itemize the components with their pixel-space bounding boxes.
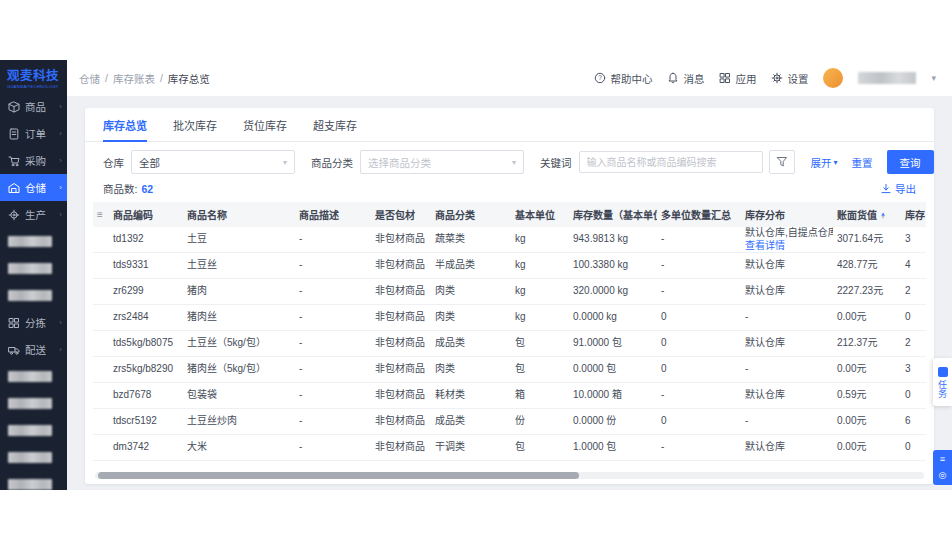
cell-multi: 0 bbox=[657, 409, 741, 435]
col-header-product-code: 商品编码 bbox=[109, 202, 183, 227]
production-icon bbox=[8, 209, 20, 221]
cell-unit: kg bbox=[511, 227, 569, 253]
cell-name: 土豆丝 bbox=[183, 253, 295, 279]
sidebar-item-blurred[interactable] bbox=[0, 228, 67, 255]
apps-link[interactable]: 应用 bbox=[719, 71, 756, 86]
cell-code: zrs5kg/b8290 bbox=[109, 357, 183, 383]
sidebar-item-blurred[interactable] bbox=[0, 471, 67, 490]
screenshot-stage: 观麦科技 GUANMAITECHNOLOGY 商品›订单›采购›仓储›生产›分拣… bbox=[0, 0, 952, 552]
breadcrumb-item[interactable]: 仓储 bbox=[79, 71, 100, 86]
product-count-value: 62 bbox=[141, 183, 153, 195]
cell-extra: 0 bbox=[901, 305, 926, 331]
chevron-right-icon: › bbox=[59, 102, 62, 111]
expand-all-header[interactable]: ≡ bbox=[93, 202, 109, 227]
expand-filters-link[interactable]: 展开 ▾ bbox=[811, 155, 838, 170]
export-link[interactable]: 导出 bbox=[880, 181, 916, 196]
cell-code: tds9331 bbox=[109, 253, 183, 279]
category-label: 商品分类 bbox=[311, 155, 353, 170]
avatar[interactable] bbox=[823, 68, 843, 88]
col-header-book-value[interactable]: 账面货值▲▼ bbox=[833, 202, 901, 227]
cell-extra: 6 bbox=[901, 409, 926, 435]
category-select[interactable]: 选择商品分类 ▾ bbox=[360, 150, 524, 174]
sidebar-item-delivery[interactable]: 配送› bbox=[0, 336, 67, 363]
cell-multi: - bbox=[657, 227, 741, 253]
table-header-row: ≡商品编码商品名称商品描述是否包材商品分类基本单位库存数量（基本单位）多单位数量… bbox=[93, 202, 926, 227]
filter-funnel-button[interactable] bbox=[769, 150, 795, 174]
keyword-filter: 关键词 bbox=[540, 150, 795, 174]
col-header-is-packing: 是否包材 bbox=[371, 202, 431, 227]
sidebar-item-orders[interactable]: 订单› bbox=[0, 120, 67, 147]
col-header-base-unit: 基本单位 bbox=[511, 202, 569, 227]
row-expand-cell bbox=[93, 227, 109, 253]
cell-qty: 0.0000 包 bbox=[569, 357, 657, 383]
cell-dist: 默认仓库 bbox=[741, 331, 833, 357]
tab-超支库存[interactable]: 超支库存 bbox=[313, 108, 357, 141]
sidebar-item-blurred[interactable] bbox=[0, 444, 67, 471]
layers-icon: ≡ bbox=[97, 209, 103, 220]
cell-multi: 0 bbox=[657, 331, 741, 357]
col-header-stock-qty: 库存数量（基本单位） bbox=[569, 202, 657, 227]
funnel-icon bbox=[776, 156, 788, 168]
warehouse-label: 仓库 bbox=[103, 155, 124, 170]
settings-link[interactable]: 设置 bbox=[771, 71, 808, 86]
cell-extra: 3 bbox=[901, 227, 926, 253]
search-button[interactable]: 查询 bbox=[887, 150, 934, 174]
task-label: 任务 bbox=[936, 380, 949, 398]
keyword-label: 关键词 bbox=[540, 155, 572, 170]
cell-pack: 非包材商品 bbox=[371, 305, 431, 331]
chevron-down-icon: ▾ bbox=[834, 158, 838, 167]
sidebar-item-purchase[interactable]: 采购› bbox=[0, 147, 67, 174]
cell-dist: 默认仓库 bbox=[741, 253, 833, 279]
keyword-input[interactable] bbox=[579, 151, 763, 173]
horizontal-scrollbar[interactable] bbox=[95, 472, 924, 479]
sidebar-item-blurred[interactable] bbox=[0, 282, 67, 309]
tab-货位库存[interactable]: 货位库存 bbox=[243, 108, 287, 141]
bell-icon bbox=[667, 72, 679, 84]
sidebar-item-sorting[interactable]: 分拣› bbox=[0, 309, 67, 336]
help-center-link[interactable]: ? 帮助中心 bbox=[594, 71, 652, 86]
cell-extra: 3 bbox=[901, 357, 926, 383]
cell-name: 土豆丝（5kg/包） bbox=[183, 331, 295, 357]
sidebar-item-label: 分拣 bbox=[25, 315, 46, 330]
cell-name: 土豆 bbox=[183, 227, 295, 253]
tab-库存总览[interactable]: 库存总览 bbox=[103, 108, 147, 141]
cell-value: 2227.23元 bbox=[833, 279, 901, 305]
float-task-widget[interactable]: 任务 bbox=[933, 358, 952, 406]
sidebar-item-warehouse[interactable]: 仓储› bbox=[0, 174, 67, 201]
tab-批次库存[interactable]: 批次库存 bbox=[173, 108, 217, 141]
cell-code: td1392 bbox=[109, 227, 183, 253]
sidebar-item-blurred[interactable] bbox=[0, 255, 67, 282]
inventory-overview-card: 库存总览批次库存货位库存超支库存 仓库 全部 ▾ 商品分类 bbox=[85, 108, 934, 484]
view-detail-link[interactable]: 查看详情 bbox=[745, 240, 829, 253]
cell-name: 猪肉丝 bbox=[183, 305, 295, 331]
sidebar-item-production[interactable]: 生产› bbox=[0, 201, 67, 228]
col-header-label: 基本单位 bbox=[515, 210, 555, 221]
breadcrumb-item[interactable]: 库存账表 bbox=[113, 71, 155, 86]
col-header-label: 商品编码 bbox=[113, 210, 153, 221]
app-window: 观麦科技 GUANMAITECHNOLOGY 商品›订单›采购›仓储›生产›分拣… bbox=[0, 60, 952, 490]
float-toolbar[interactable]: ≡ ◎ bbox=[933, 450, 952, 485]
sort-icon: ▲▼ bbox=[880, 213, 886, 220]
sidebar-item-blurred[interactable] bbox=[0, 390, 67, 417]
reset-button[interactable]: 重置 bbox=[850, 155, 875, 170]
service-icon[interactable]: ◎ bbox=[939, 471, 947, 480]
chevron-right-icon: › bbox=[59, 210, 62, 219]
svg-text:?: ? bbox=[599, 74, 603, 81]
row-expand-cell bbox=[93, 279, 109, 305]
messages-link[interactable]: 消息 bbox=[667, 71, 704, 86]
user-menu-caret-icon[interactable]: ▾ bbox=[931, 73, 936, 83]
sidebar-item-blurred[interactable] bbox=[0, 363, 67, 390]
cell-value: 428.77元 bbox=[833, 253, 901, 279]
list-icon[interactable]: ≡ bbox=[940, 455, 945, 464]
sidebar-item-goods[interactable]: 商品› bbox=[0, 93, 67, 120]
logo-subtitle: GUANMAITECHNOLOGY bbox=[7, 84, 67, 89]
sidebar-item-blurred[interactable] bbox=[0, 417, 67, 444]
cell-value: 0.00元 bbox=[833, 305, 901, 331]
cell-pack: 非包材商品 bbox=[371, 383, 431, 409]
cell-dist: - bbox=[741, 305, 833, 331]
col-header-label: 账面货值 bbox=[837, 210, 877, 221]
task-icon bbox=[938, 367, 948, 377]
warehouse-select[interactable]: 全部 ▾ bbox=[131, 150, 295, 174]
scrollbar-thumb[interactable] bbox=[98, 472, 579, 479]
blurred-text bbox=[8, 263, 52, 274]
